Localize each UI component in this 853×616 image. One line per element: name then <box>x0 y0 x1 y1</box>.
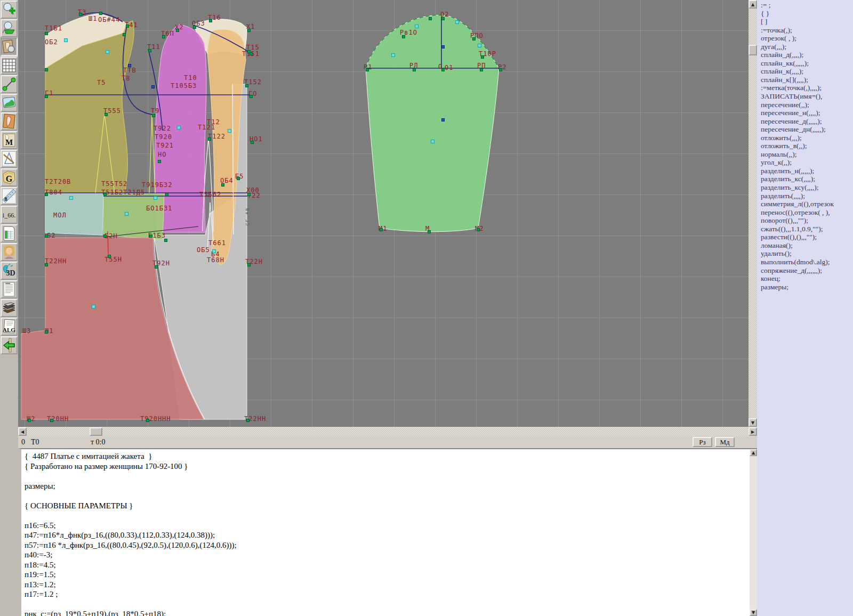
point-marker-green[interactable] <box>50 419 53 422</box>
point-marker-green[interactable] <box>152 114 155 117</box>
point-marker-cyan[interactable] <box>125 212 128 216</box>
point-marker-green[interactable] <box>28 419 31 422</box>
point-marker-green[interactable] <box>45 95 48 98</box>
scroll-up-button[interactable]: ▲ <box>749 0 757 9</box>
point-marker-green[interactable] <box>429 17 432 20</box>
spreadsheet-button[interactable] <box>1 224 18 242</box>
point-marker-green[interactable] <box>499 68 502 71</box>
md-button[interactable]: Мд <box>715 437 735 447</box>
point-marker-cyan[interactable] <box>415 25 419 28</box>
point-marker-green[interactable] <box>246 419 250 422</box>
sidebar-command[interactable]: сжать((),,,1.1,0.9,""); <box>761 225 853 233</box>
code-line[interactable]: { Разработано на размер женщины 170-92-1… <box>25 461 237 472</box>
code-line[interactable]: п47:=п16*л_фнк(рз_16,((80,0.33),(112,0.3… <box>25 530 237 540</box>
sidebar-command[interactable]: разделить_н(,,,,,); <box>761 167 853 175</box>
point-marker-green[interactable] <box>193 26 196 29</box>
point-marker-green[interactable] <box>245 84 248 87</box>
segment-button[interactable] <box>1 75 18 93</box>
point-marker-green[interactable] <box>402 35 405 38</box>
point-marker-green[interactable] <box>480 68 483 71</box>
point-marker-green[interactable] <box>155 265 158 269</box>
code-text[interactable]: { 4487 Платье с имитацией жакета }{ Разр… <box>25 451 237 616</box>
3d-button[interactable]: 3D <box>1 262 18 280</box>
point-marker-green[interactable] <box>441 17 445 20</box>
sidebar-command[interactable]: сплайн_кк(,,,,,); <box>761 59 853 68</box>
point-marker-green[interactable] <box>247 193 251 196</box>
point-marker-blue[interactable] <box>441 118 445 121</box>
code-line[interactable]: { 4487 Платье с имитацией жакета } <box>25 451 237 461</box>
vertical-scroll-thumb[interactable] <box>749 45 757 55</box>
point-marker-blue[interactable] <box>151 85 155 88</box>
code-line[interactable] <box>25 599 237 610</box>
sidebar-command[interactable]: { } <box>761 10 853 18</box>
sidebar-command[interactable]: сплайн_к[](,,,,); <box>761 76 853 84</box>
point-marker-cyan[interactable] <box>154 196 157 200</box>
point-marker-green[interactable] <box>208 137 211 141</box>
code-line[interactable]: п40:=-3; <box>25 550 237 560</box>
sidebar-command[interactable]: :=точка(,); <box>761 26 853 35</box>
point-marker-green[interactable] <box>45 234 48 238</box>
sidebar-command[interactable]: угол_к(,,); <box>761 158 853 167</box>
point-marker-green[interactable] <box>149 234 152 238</box>
point-marker-cyan[interactable] <box>391 53 395 57</box>
point-marker-green[interactable] <box>366 68 369 71</box>
sidebar-command[interactable]: развести((),(),,,""); <box>761 233 853 241</box>
sidebar-command[interactable]: [ ] <box>761 18 853 26</box>
point-marker-green[interactable] <box>99 12 102 15</box>
point-marker-cyan[interactable] <box>431 140 434 143</box>
sidebar-command[interactable]: :=метка(точка(,),,,,); <box>761 84 853 92</box>
sidebar-command[interactable]: пересечение_дн(,,,,,); <box>761 125 853 134</box>
pattern-m-button[interactable]: M <box>1 131 18 149</box>
sidebar-command[interactable]: дуга(,,,); <box>761 43 853 51</box>
sidebar-command[interactable]: поворот((),,,""); <box>761 216 853 225</box>
code-scrollbar[interactable]: ▲ ▼ <box>750 449 757 616</box>
portrait-button[interactable] <box>1 243 18 261</box>
code-line[interactable]: п18:=4.5; <box>25 560 237 570</box>
point-marker-green[interactable] <box>148 49 151 52</box>
code-line[interactable]: п16:=6.5; <box>25 521 237 531</box>
point-marker-green[interactable] <box>164 239 167 242</box>
sidebar-command[interactable]: симметрия_л((),отрезок <box>761 200 853 208</box>
sidebar-command[interactable]: нормаль(,,); <box>761 150 853 159</box>
code-line[interactable]: п13:=1.2; <box>25 580 237 590</box>
ruler-button[interactable]: 8 <box>1 187 18 205</box>
point-marker-cyan[interactable] <box>69 196 73 200</box>
scroll-right-button[interactable]: ▶ <box>749 427 757 436</box>
point-marker-blue[interactable] <box>441 45 445 48</box>
point-marker-green[interactable] <box>251 141 254 144</box>
point-marker-green[interactable] <box>237 177 240 180</box>
point-marker-green[interactable] <box>146 419 149 422</box>
sidebar-command[interactable]: пересечение(,,); <box>761 101 853 109</box>
point-marker-green[interactable] <box>413 68 416 71</box>
point-marker-green[interactable] <box>247 29 251 32</box>
sidebar-command[interactable]: разделить_кс(,,,,); <box>761 175 853 183</box>
sidebar-command[interactable]: сопряжение_д(,,,,,,); <box>761 266 853 275</box>
point-marker-green[interactable] <box>250 95 253 98</box>
code-line[interactable] <box>25 491 237 501</box>
point-marker-green[interactable] <box>103 193 107 196</box>
point-marker-green[interactable] <box>441 68 445 71</box>
code-line[interactable]: рнк_с:=(рз_19*0.5+п19),(рз_18*0.5+п18); <box>25 609 237 616</box>
zoom-in-button[interactable] <box>1 1 18 19</box>
g-tool-button[interactable]: G <box>1 168 18 187</box>
image-button[interactable] <box>1 94 18 112</box>
point-marker-cyan[interactable] <box>64 38 68 42</box>
sidebar-command[interactable]: отложить(,,,); <box>761 134 853 142</box>
point-marker-cyan[interactable] <box>478 44 481 47</box>
code-scroll-down-button[interactable]: ▼ <box>750 609 757 616</box>
sidebar-command[interactable]: ЗАПИСАТЬ(имя=(), <box>761 92 853 101</box>
view-piece-button[interactable] <box>1 38 18 56</box>
point-marker-green[interactable] <box>472 37 476 40</box>
point-marker-green[interactable] <box>250 52 253 55</box>
code-line[interactable]: п57:=п16 *л_фнк(рз_16,((80,0.45),(92,0.5… <box>25 540 237 550</box>
point-marker-green[interactable] <box>79 13 82 16</box>
code-scroll-up-button[interactable]: ▲ <box>750 449 757 456</box>
point-marker-green[interactable] <box>162 35 165 38</box>
document-button[interactable] <box>1 280 18 298</box>
point-marker-green[interactable] <box>45 263 48 266</box>
grid-button[interactable] <box>1 56 18 75</box>
sidebar-command[interactable]: выполнить(dmod\.alg); <box>761 258 853 266</box>
sidebar-command[interactable]: перенос((),отрезок( , ), <box>761 208 853 217</box>
point-marker-green[interactable] <box>45 32 48 35</box>
point-marker-blue[interactable] <box>128 64 131 67</box>
